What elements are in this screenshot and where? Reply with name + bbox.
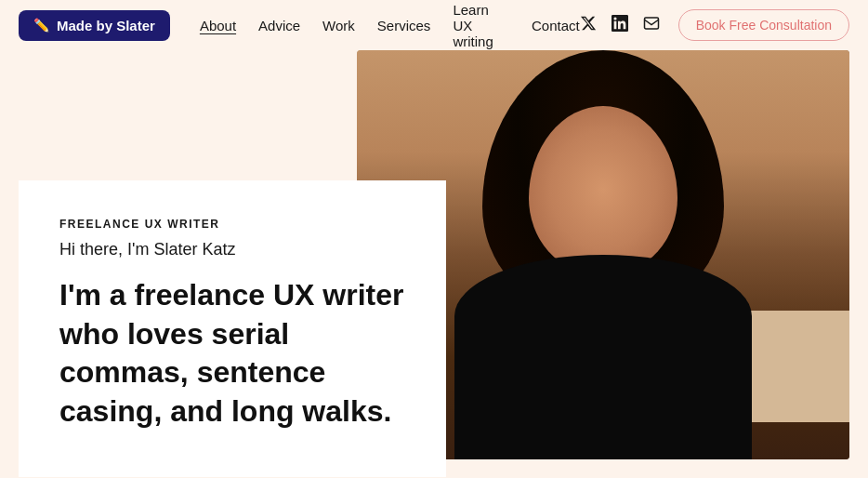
card-headline: I'm a freelance UX writer who loves seri… [59,276,405,431]
pencil-icon: ✏️ [33,18,49,33]
navbar: ✏️ Made by Slater About Advice Work Serv… [0,0,868,50]
nav-advice[interactable]: Advice [258,18,300,33]
hero-card: FREELANCE UX WRITER Hi there, I'm Slater… [19,180,446,477]
nav-contact[interactable]: Contact [532,18,580,33]
card-label: FREELANCE UX WRITER [59,218,405,231]
social-icons [580,15,660,35]
linkedin-icon[interactable] [612,15,628,35]
nav-services[interactable]: Services [377,18,431,33]
photo-body [454,255,752,459]
twitter-icon[interactable] [580,15,597,35]
nav-links: About Advice Work Services Learn UX writ… [200,2,580,49]
email-icon[interactable] [643,15,660,35]
nav-work[interactable]: Work [322,18,355,33]
svg-rect-0 [644,18,658,29]
book-consultation-button[interactable]: Book Free Consultation [678,9,849,41]
logo-button[interactable]: ✏️ Made by Slater [19,10,170,41]
card-subtitle: Hi there, I'm Slater Katz [59,240,405,259]
logo-label: Made by Slater [57,18,155,33]
nav-about[interactable]: About [200,18,236,33]
hero-section: FREELANCE UX WRITER Hi there, I'm Slater… [0,50,868,478]
nav-learn-ux[interactable]: Learn UX writing [453,2,509,49]
